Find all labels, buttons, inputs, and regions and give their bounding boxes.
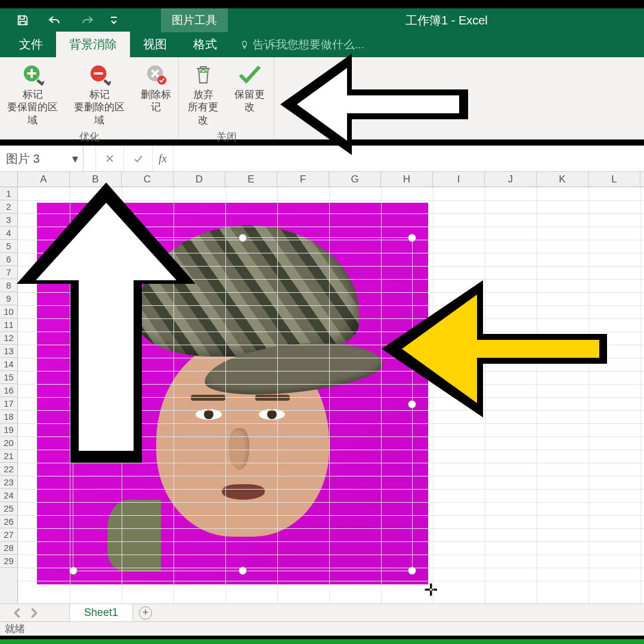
- row-header[interactable]: 28: [0, 541, 17, 555]
- save-button[interactable]: [12, 11, 33, 29]
- resize-handle[interactable]: [408, 234, 416, 242]
- column-header[interactable]: C: [122, 172, 174, 187]
- tab-view[interactable]: 视图: [130, 32, 180, 57]
- add-sheet-button[interactable]: +: [139, 606, 152, 620]
- undo-icon: [48, 14, 62, 26]
- tell-me-placeholder: 告诉我您想要做什么...: [253, 37, 364, 52]
- column-header[interactable]: J: [485, 172, 537, 187]
- row-header[interactable]: 20: [0, 436, 17, 450]
- chevron-left-icon[interactable]: [12, 608, 23, 618]
- column-headers: ABCDEFGHIJKL: [18, 172, 644, 187]
- mark-keep-label-2: 要保留的区域: [4, 101, 61, 126]
- column-header[interactable]: K: [537, 172, 589, 187]
- column-header[interactable]: L: [589, 172, 640, 187]
- plus-circle-icon: [20, 62, 45, 87]
- enter-icon: [133, 154, 144, 163]
- row-header[interactable]: 23: [0, 476, 17, 489]
- cell-grid[interactable]: ✛: [18, 187, 644, 606]
- sheet-tab-strip: Sheet1 +: [0, 603, 644, 621]
- contextual-tab-picture-tools: 图片工具: [161, 8, 228, 32]
- row-header[interactable]: 11: [0, 318, 17, 332]
- column-header[interactable]: D: [174, 172, 225, 187]
- row-header[interactable]: 7: [0, 266, 17, 279]
- row-header[interactable]: 22: [0, 463, 17, 476]
- row-header[interactable]: 12: [0, 332, 17, 345]
- keep-changes-button[interactable]: 保留更改: [228, 60, 272, 129]
- sheet-tab-sheet1[interactable]: Sheet1: [69, 603, 133, 623]
- row-header[interactable]: 21: [0, 450, 17, 463]
- save-icon: [16, 14, 29, 27]
- discard-label-2: 所有更改: [185, 101, 222, 126]
- cancel-icon: [105, 154, 114, 163]
- chevron-down-icon[interactable]: ▾: [72, 151, 78, 166]
- column-header[interactable]: A: [18, 172, 70, 187]
- row-header[interactable]: 19: [0, 423, 17, 436]
- row-header[interactable]: 6: [0, 253, 17, 266]
- row-header[interactable]: 15: [0, 371, 17, 384]
- customize-qat-button[interactable]: [109, 11, 119, 29]
- mark-remove-button[interactable]: 标记 要删除的区域: [67, 60, 132, 129]
- worksheet-area: ABCDEFGHIJKL 123456789101112131415161718…: [0, 172, 644, 606]
- row-header[interactable]: 18: [0, 410, 17, 423]
- name-box[interactable]: 图片 3 ▾: [0, 146, 83, 171]
- resize-handle[interactable]: [239, 234, 247, 242]
- row-header[interactable]: 8: [0, 279, 17, 292]
- select-all-corner[interactable]: [0, 172, 18, 187]
- tell-me-search[interactable]: 告诉我您想要做什么...: [230, 32, 374, 57]
- status-text: 就绪: [5, 623, 25, 634]
- redo-button[interactable]: [76, 11, 98, 29]
- ribbon-group-close: 放弃 所有更改 保留更改 关闭: [179, 57, 274, 139]
- undo-button[interactable]: [44, 11, 66, 29]
- row-header[interactable]: 25: [0, 502, 17, 515]
- discard-label-1: 放弃: [193, 88, 213, 101]
- row-header[interactable]: 24: [0, 489, 17, 502]
- resize-handle[interactable]: [69, 400, 78, 408]
- column-header[interactable]: E: [225, 172, 277, 187]
- row-header[interactable]: 29: [0, 555, 17, 568]
- row-header[interactable]: 3: [0, 213, 17, 227]
- minus-circle-icon: [87, 62, 112, 87]
- name-box-value: 图片 3: [6, 151, 40, 167]
- row-header[interactable]: 4: [0, 227, 17, 240]
- row-header[interactable]: 2: [0, 200, 17, 213]
- row-header[interactable]: 14: [0, 358, 17, 371]
- title-bar: 图片工具 工作簿1 - Excel: [0, 8, 644, 32]
- discard-changes-button[interactable]: 放弃 所有更改: [181, 60, 225, 129]
- row-header[interactable]: 5: [0, 240, 17, 253]
- annotation-green-border: [0, 639, 644, 644]
- column-header[interactable]: B: [70, 172, 122, 187]
- row-header[interactable]: 27: [0, 528, 17, 541]
- column-header[interactable]: I: [433, 172, 485, 187]
- mark-remove-label-2: 要删除的区域: [71, 101, 128, 126]
- status-bar: 就绪: [0, 621, 644, 636]
- delete-mark-label: 删除标记: [138, 88, 175, 114]
- chevron-right-icon[interactable]: [29, 608, 39, 618]
- mark-keep-button[interactable]: 标记 要保留的区域: [1, 60, 65, 129]
- column-header[interactable]: H: [381, 172, 433, 187]
- row-header[interactable]: 10: [0, 305, 17, 318]
- plus-icon: +: [143, 606, 149, 619]
- row-header[interactable]: 9: [0, 292, 17, 305]
- row-header[interactable]: 1: [0, 187, 17, 200]
- ribbon: 标记 要保留的区域 标记 要删除的区域 删除标记 优化: [0, 57, 644, 140]
- fx-label[interactable]: fx: [153, 152, 173, 165]
- delete-mark-button[interactable]: 删除标记: [134, 60, 178, 129]
- picture-crop-marquee[interactable]: [73, 237, 413, 571]
- formula-enter-button[interactable]: [124, 146, 153, 171]
- inserted-picture[interactable]: ✛: [37, 203, 428, 584]
- tab-file[interactable]: 文件: [6, 32, 56, 57]
- lightbulb-icon: [240, 40, 249, 49]
- row-header[interactable]: 17: [0, 397, 17, 410]
- resize-handle[interactable]: [408, 400, 416, 408]
- resize-handle[interactable]: [69, 234, 78, 242]
- row-header[interactable]: 16: [0, 384, 17, 397]
- tab-background-removal[interactable]: 背景消除: [56, 32, 130, 57]
- column-header[interactable]: G: [329, 172, 381, 187]
- row-header[interactable]: 26: [0, 515, 17, 528]
- column-header[interactable]: F: [277, 172, 329, 187]
- resize-cursor-icon: ✛: [424, 580, 438, 600]
- row-header[interactable]: 13: [0, 345, 17, 358]
- formula-cancel-button[interactable]: [95, 146, 124, 171]
- formula-input[interactable]: [173, 146, 644, 171]
- tab-format[interactable]: 格式: [180, 32, 230, 57]
